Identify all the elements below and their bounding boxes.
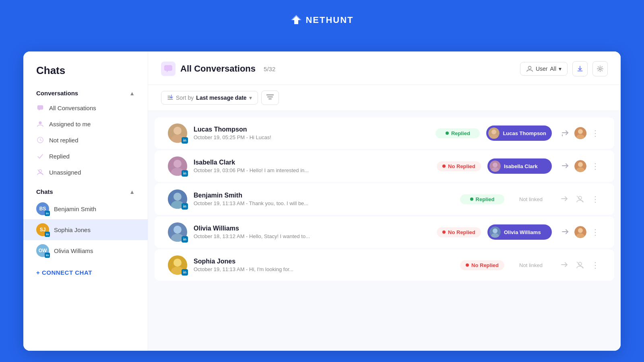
user-filter-label: User	[536, 66, 548, 72]
status-label: No Replied	[448, 229, 475, 235]
sidebar-item-not-replied[interactable]: Not replied	[23, 132, 148, 148]
linkedin-badge: in	[182, 236, 188, 243]
svg-point-15	[173, 127, 182, 135]
sophia-jones-avatar: in	[168, 255, 187, 275]
forward-icon[interactable]	[558, 226, 571, 239]
assigned-avatar	[489, 160, 501, 172]
conversations-section-header[interactable]: Conversations ▲	[23, 86, 148, 100]
conversations-section-label: Conversations	[36, 90, 78, 97]
forward-icon[interactable]	[558, 160, 571, 173]
header-right: User All ▾	[520, 61, 608, 76]
sophia-actions: ⋮	[557, 259, 601, 272]
chats-section-header[interactable]: Chats ▲	[23, 185, 148, 198]
download-button[interactable]	[572, 61, 588, 76]
olivia-assigned-badge: Olivia Williams	[487, 224, 552, 240]
benjamin-smith-name: Benjamin Smith	[194, 192, 454, 199]
sidebar-item-replied[interactable]: Replied	[23, 148, 148, 164]
svg-marker-0	[292, 16, 300, 24]
conversation-row-lucas-thompson[interactable]: in Lucas Thompson October 19, 05:25 PM -…	[155, 117, 614, 149]
sidebar-item-benjamin-smith[interactable]: BS in Benjamin Smith	[23, 198, 148, 219]
person-icon	[36, 120, 44, 128]
content-header: All Conversations 5/32 User All ▾	[148, 51, 621, 85]
conversation-row-isabella-clark[interactable]: in Isabella Clark October 19, 03:06 PM -…	[155, 150, 614, 182]
conversation-row-sophia-jones[interactable]: in Sophia Jones October 19, 11:13 AM - H…	[155, 249, 614, 281]
sidebar: Chats Conversations ▲ All Conversations …	[23, 51, 148, 351]
lucas-assigned-badge: Lucas Thompson	[486, 125, 552, 141]
top-bar: NETHUNT	[0, 0, 644, 40]
sidebar-item-olivia-williams[interactable]: OW in Olivia Williams	[23, 240, 148, 261]
no-user-icon	[574, 193, 586, 206]
svg-point-33	[173, 193, 182, 201]
more-options-icon[interactable]: ⋮	[590, 227, 601, 237]
lucas-thompson-info: Lucas Thompson October 19, 05:25 PM - Hi…	[194, 126, 429, 140]
svg-point-24	[173, 160, 182, 168]
user-filter-chevron-icon: ▾	[559, 66, 561, 72]
status-dot	[446, 132, 449, 135]
logo: NETHUNT	[290, 14, 353, 26]
lucas-thompson-avatar: in	[168, 123, 187, 143]
forward-icon[interactable]	[558, 127, 571, 140]
main-content: All Conversations 5/32 User All ▾	[148, 51, 621, 351]
forward-icon[interactable]	[557, 259, 570, 272]
chats-chevron-icon: ▲	[129, 189, 135, 195]
sophia-jones-avatar: SJ in	[36, 223, 49, 236]
logo-icon	[290, 14, 302, 26]
benjamin-actions: ⋮	[557, 193, 601, 206]
benjamin-not-linked: Not linked	[511, 196, 551, 202]
svg-rect-7	[164, 65, 172, 71]
sidebar-item-assigned-to-me[interactable]: Assigned to me	[23, 116, 148, 132]
assigned-avatar	[489, 226, 501, 238]
olivia-williams-name: Olivia Williams	[194, 225, 430, 232]
olivia-actions: ⋮	[558, 226, 601, 239]
linkedin-badge: in	[182, 203, 188, 210]
linkedin-badge: in	[45, 211, 50, 216]
svg-point-47	[173, 259, 182, 267]
svg-rect-2	[37, 105, 43, 110]
benjamin-smith-label: Benjamin Smith	[54, 206, 96, 212]
user-filter-value: All	[550, 66, 556, 72]
sophia-not-linked: Not linked	[511, 262, 551, 268]
user-filter[interactable]: User All ▾	[520, 62, 568, 76]
user-avatar-small	[574, 127, 586, 139]
sophia-jones-label: Sophia Jones	[54, 226, 91, 233]
lucas-thompson-name: Lucas Thompson	[194, 126, 429, 133]
user-avatar-small	[574, 160, 586, 172]
more-options-icon[interactable]: ⋮	[590, 161, 601, 171]
svg-rect-9	[578, 71, 583, 72]
person-off-icon	[36, 168, 44, 176]
no-user-icon	[574, 259, 586, 272]
sidebar-item-unassigned[interactable]: Unassigned	[23, 164, 148, 180]
unassigned-label: Unassigned	[49, 169, 81, 176]
svg-point-44	[578, 228, 583, 233]
lucas-thompson-preview: October 19, 05:25 PM - Hi Lucas!	[194, 134, 429, 140]
more-options-icon[interactable]: ⋮	[590, 194, 601, 204]
assigned-to-me-label: Assigned to me	[49, 121, 91, 128]
sort-button[interactable]: Sort by Last message date ▾	[161, 91, 258, 105]
check-icon	[36, 152, 44, 160]
lucas-actions: ⋮	[558, 127, 601, 140]
svg-point-10	[599, 68, 601, 70]
conversation-list: in Lucas Thompson October 19, 05:25 PM -…	[148, 111, 621, 351]
forward-icon[interactable]	[557, 193, 570, 206]
isabella-assigned-badge: Isabella Clark	[487, 158, 552, 174]
conversations-chevron-icon: ▲	[129, 90, 135, 97]
more-options-icon[interactable]: ⋮	[590, 128, 601, 138]
benjamin-smith-preview: October 19, 11:13 AM - Thank you, too. I…	[194, 200, 454, 206]
more-options-icon[interactable]: ⋮	[590, 260, 601, 270]
chats-section-label: Chats	[36, 188, 53, 195]
assigned-name: Olivia Williams	[504, 229, 541, 235]
connect-chat-button[interactable]: + CONNECT CHAT	[23, 264, 148, 281]
svg-line-36	[577, 196, 583, 202]
conversation-row-olivia-williams[interactable]: in Olivia Williams October 18, 13:12 AM …	[155, 216, 614, 248]
assigned-name: Isabella Clark	[504, 163, 538, 169]
status-dot	[442, 230, 446, 234]
sophia-jones-preview: October 19, 11:13 AM - Hi, I'm looking f…	[194, 266, 454, 272]
filter-button[interactable]	[261, 90, 279, 105]
settings-button[interactable]	[592, 61, 608, 76]
sidebar-item-all-conversations[interactable]: All Conversations	[23, 100, 148, 116]
logo-text: NETHUNT	[305, 15, 353, 25]
svg-line-50	[577, 262, 583, 268]
conversation-row-benjamin-smith[interactable]: in Benjamin Smith October 19, 11:13 AM -…	[155, 183, 614, 215]
linkedin-badge: in	[182, 170, 188, 177]
sidebar-item-sophia-jones[interactable]: SJ in Sophia Jones	[23, 219, 148, 240]
